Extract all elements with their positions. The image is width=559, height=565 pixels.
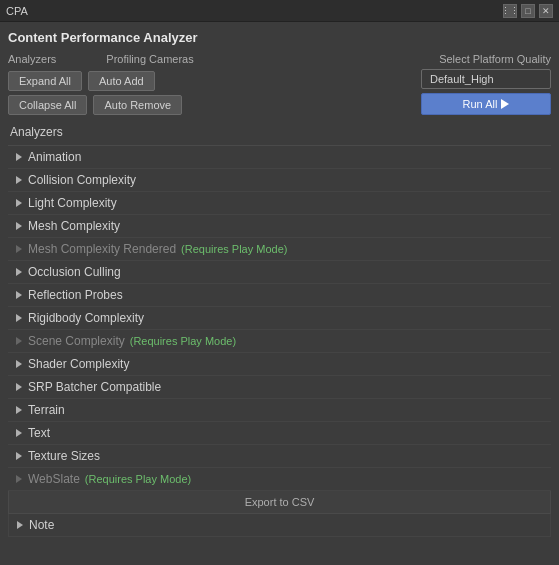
expand-all-button[interactable]: Expand All	[8, 71, 82, 91]
expand-icon	[16, 360, 22, 368]
analyzers-header: Analyzers	[8, 121, 551, 143]
list-item[interactable]: Collision Complexity	[8, 169, 551, 192]
item-label: Mesh Complexity Rendered	[28, 242, 176, 256]
item-label: Texture Sizes	[28, 449, 100, 463]
analyzer-list: Animation Collision Complexity Light Com…	[8, 145, 551, 491]
list-item-disabled: Mesh Complexity Rendered (Requires Play …	[8, 238, 551, 261]
item-label: Animation	[28, 150, 81, 164]
item-label: Terrain	[28, 403, 65, 417]
collapse-all-button[interactable]: Collapse All	[8, 95, 87, 115]
title-bar-controls: ⋮⋮ □ ✕	[503, 4, 553, 18]
export-to-csv-button[interactable]: Export to CSV	[8, 491, 551, 514]
right-section: Select Platform Quality Default_High Def…	[421, 53, 551, 115]
main-content: Content Performance Analyzer Analyzers P…	[0, 22, 559, 545]
platform-quality-dropdown[interactable]: Default_High Default_Low Default_Medium	[421, 69, 551, 89]
list-item[interactable]: Animation	[8, 146, 551, 169]
expand-icon	[16, 429, 22, 437]
expand-icon	[16, 268, 22, 276]
more-options-btn[interactable]: ⋮⋮	[503, 4, 517, 18]
item-label: Light Complexity	[28, 196, 117, 210]
button-row-2: Collapse All Auto Remove	[8, 95, 194, 115]
list-item[interactable]: Texture Sizes	[8, 445, 551, 468]
expand-icon	[16, 406, 22, 414]
expand-icon	[16, 245, 22, 253]
expand-icon	[16, 176, 22, 184]
expand-icon	[16, 199, 22, 207]
requires-play-mode-badge: (Requires Play Mode)	[85, 473, 191, 485]
left-section: Analyzers Profiling Cameras Expand All A…	[8, 53, 194, 115]
run-all-button[interactable]: Run All	[421, 93, 551, 115]
window-title: Content Performance Analyzer	[8, 30, 551, 45]
list-item-disabled: WebSlate (Requires Play Mode)	[8, 468, 551, 491]
list-item[interactable]: Text	[8, 422, 551, 445]
close-btn[interactable]: ✕	[539, 4, 553, 18]
top-row: Analyzers Profiling Cameras Expand All A…	[8, 53, 551, 115]
list-item[interactable]: Terrain	[8, 399, 551, 422]
item-label: Occlusion Culling	[28, 265, 121, 279]
expand-icon	[16, 475, 22, 483]
item-label: Rigidbody Complexity	[28, 311, 144, 325]
expand-icon	[17, 521, 23, 529]
expand-icon	[16, 452, 22, 460]
list-item[interactable]: Mesh Complexity	[8, 215, 551, 238]
play-triangle-icon	[501, 99, 509, 109]
auto-add-button[interactable]: Auto Add	[88, 71, 155, 91]
button-row-1: Expand All Auto Add	[8, 71, 194, 91]
requires-play-mode-badge: (Requires Play Mode)	[181, 243, 287, 255]
item-label: WebSlate	[28, 472, 80, 486]
expand-icon	[16, 153, 22, 161]
auto-remove-button[interactable]: Auto Remove	[93, 95, 182, 115]
item-label: SRP Batcher Compatible	[28, 380, 161, 394]
item-label: Mesh Complexity	[28, 219, 120, 233]
title-bar: CPA ⋮⋮ □ ✕	[0, 0, 559, 22]
list-item[interactable]: SRP Batcher Compatible	[8, 376, 551, 399]
requires-play-mode-badge: (Requires Play Mode)	[130, 335, 236, 347]
item-label: Scene Complexity	[28, 334, 125, 348]
analyzers-section-label: Analyzers	[8, 53, 56, 65]
expand-icon	[16, 383, 22, 391]
title-bar-text: CPA	[6, 5, 503, 17]
platform-quality-label: Select Platform Quality	[439, 53, 551, 65]
list-item[interactable]: Light Complexity	[8, 192, 551, 215]
item-label: Reflection Probes	[28, 288, 123, 302]
list-item[interactable]: Occlusion Culling	[8, 261, 551, 284]
note-label: Note	[29, 518, 54, 532]
item-label: Text	[28, 426, 50, 440]
list-item-disabled: Scene Complexity (Requires Play Mode)	[8, 330, 551, 353]
expand-icon	[16, 337, 22, 345]
note-item[interactable]: Note	[8, 514, 551, 537]
list-item[interactable]: Reflection Probes	[8, 284, 551, 307]
expand-icon	[16, 314, 22, 322]
profiling-cameras-label: Profiling Cameras	[106, 53, 193, 65]
list-item[interactable]: Rigidbody Complexity	[8, 307, 551, 330]
item-label: Collision Complexity	[28, 173, 136, 187]
list-item[interactable]: Shader Complexity	[8, 353, 551, 376]
maximize-btn[interactable]: □	[521, 4, 535, 18]
dropdown-wrapper: Default_High Default_Low Default_Medium	[421, 69, 551, 89]
run-all-label: Run All	[463, 98, 498, 110]
expand-icon	[16, 291, 22, 299]
expand-icon	[16, 222, 22, 230]
item-label: Shader Complexity	[28, 357, 129, 371]
